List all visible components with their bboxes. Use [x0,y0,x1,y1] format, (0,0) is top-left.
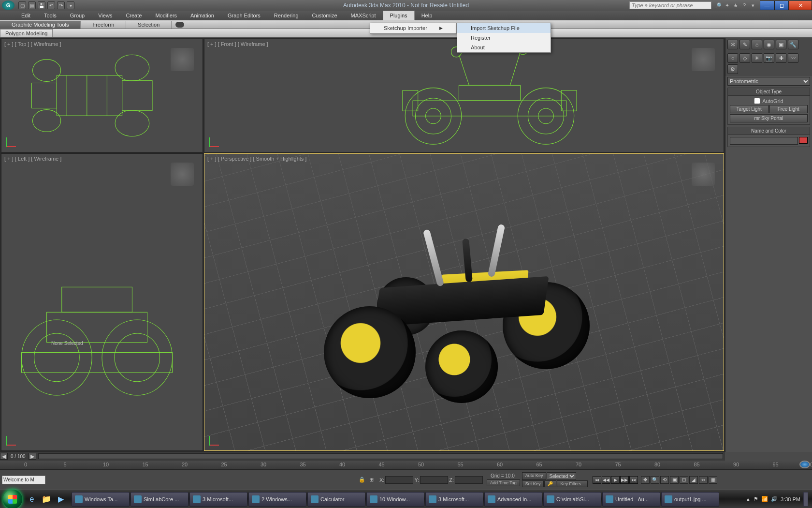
open-icon[interactable]: ▤ [28,1,36,9]
next-frame-icon[interactable]: ▶▶ [620,476,629,484]
fov-icon[interactable]: ◢ [689,476,698,484]
binoculars-icon[interactable]: 🔎 [714,1,722,9]
time-prev-icon[interactable]: ◀ [0,453,8,460]
lights-icon[interactable]: ☀ [752,53,762,63]
taskbar-clock[interactable]: 3:38 PM [781,496,800,502]
target-light-button[interactable]: Target Light [730,105,768,113]
taskbar-item[interactable]: SimLabCore ... [130,492,188,507]
coord-y-input[interactable] [420,476,448,484]
modify-tab-icon[interactable]: ✎ [740,40,750,49]
start-button[interactable] [3,490,22,508]
zoom-icon[interactable]: 🔍 [651,476,659,484]
autogrid-checkbox[interactable]: AutoGrid [730,98,808,104]
close-button[interactable]: ✕ [789,0,812,10]
spacewarps-icon[interactable]: 〰 [788,53,798,63]
taskbar-item[interactable]: C:\simlab\Si... [543,492,601,507]
tray-volume-icon[interactable]: 🔊 [771,496,778,502]
helpers-icon[interactable]: ✚ [776,53,786,63]
create-tab-icon[interactable]: ✲ [727,40,738,49]
prev-frame-icon[interactable]: ◀◀ [602,476,610,484]
motion-tab-icon[interactable]: ◉ [764,40,774,49]
save-icon[interactable]: 💾 [38,1,45,9]
menu-item-register[interactable]: Register [457,33,551,43]
goto-end-icon[interactable]: ⏭ [629,476,638,484]
coord-x-input[interactable] [385,476,413,484]
object-name-input[interactable] [730,137,798,145]
menu-views[interactable]: Views [91,11,119,20]
tray-up-icon[interactable]: ▲ [745,496,751,502]
menu-help[interactable]: Help [415,11,439,20]
cameras-icon[interactable]: 📷 [764,53,774,63]
media-icon[interactable]: ▶ [54,493,68,506]
hierarchy-tab-icon[interactable]: ⌂ [752,40,762,49]
trackbar-toggle-icon[interactable] [0,461,24,469]
zoom-extents-icon[interactable]: ⊡ [680,476,688,484]
adaptive-degradation-icon[interactable] [799,461,810,468]
menu-item-sketchup-importer[interactable]: Sketchup Importer ▶ [370,23,456,33]
pan-icon[interactable]: ✥ [641,476,650,484]
comm-center-icon[interactable]: ✦ [723,1,731,9]
menu-plugins[interactable]: Plugins [383,11,415,20]
show-desktop-button[interactable] [803,492,808,507]
geometry-icon[interactable]: ○ [727,53,738,63]
viewcube-icon[interactable] [171,163,194,186]
redo-icon[interactable]: ↷ [57,1,65,9]
walk-icon[interactable]: ⇔ [699,476,708,484]
keyfilters-button[interactable]: Key Filters... [557,480,588,487]
viewcube-icon[interactable] [692,48,715,71]
keymode-dropdown[interactable]: Selected [547,472,576,480]
mr-sky-portal-button[interactable]: mr Sky Portal [730,114,808,122]
category-dropdown[interactable]: Photometric [727,77,810,86]
utilities-tab-icon[interactable]: 🔧 [788,40,798,49]
ribbon-tab-freeform[interactable]: Freeform [81,21,126,29]
taskbar-item[interactable]: Advanced In... [484,492,542,507]
taskbar-item[interactable]: 2 Windows... [248,492,306,507]
viewport-front[interactable]: [ + ] [ Front ] [ Wireframe ] [204,39,724,152]
viewport-label[interactable]: [ + ] [ Top ] [ Wireframe ] [4,41,61,47]
maxscript-listener[interactable] [2,476,45,484]
undo-icon[interactable]: ↶ [47,1,55,9]
setkey-button[interactable]: Set Key [522,480,544,487]
minimize-button[interactable]: — [760,0,774,10]
key-icon[interactable]: 🔑 [544,480,556,487]
object-color-swatch[interactable] [799,137,808,144]
systems-icon[interactable]: ⚙ [727,64,738,74]
orbit-icon[interactable]: ⟲ [660,476,669,484]
rollout-header[interactable]: Name and Color [728,127,810,135]
viewport-top[interactable]: [ + ] [ Top ] [ Wireframe ] [1,39,203,152]
menu-group[interactable]: Group [63,11,92,20]
menu-maxscript[interactable]: MAXScript [344,11,383,20]
menu-edit[interactable]: Edit [14,11,37,20]
viewcube-icon[interactable] [171,48,194,71]
shapes-icon[interactable]: ◇ [740,53,750,63]
taskbar-item[interactable]: 3 Microsoft... [189,492,247,507]
menu-item-import-sketchup[interactable]: Import Sketchup File [457,23,551,33]
ribbon-toggle-icon[interactable] [175,22,184,28]
menu-rendering[interactable]: Rendering [267,11,305,20]
menu-customize[interactable]: Customize [305,11,344,20]
qat-more-icon[interactable]: ▾ [67,1,74,9]
ribbon-tab-graphite[interactable]: Graphite Modeling Tools [0,21,81,29]
explorer-icon[interactable]: 📁 [40,493,53,506]
menu-tools[interactable]: Tools [37,11,63,20]
taskbar-item[interactable]: Calculator [307,492,365,507]
menu-animation[interactable]: Animation [184,11,221,20]
min-max-icon[interactable]: ▦ [709,476,717,484]
coord-z-input[interactable] [455,476,483,484]
taskbar-item[interactable]: Untitled - Au... [602,492,660,507]
search-input[interactable] [629,1,711,9]
lock-icon[interactable]: 🔒 [359,477,365,483]
ribbon-polygon-modeling[interactable]: Polygon Modeling [0,29,53,37]
taskbar-item[interactable]: 10 Window... [366,492,424,507]
menu-item-about[interactable]: About [457,43,551,52]
add-time-tag-button[interactable]: Add Time Tag [487,479,520,486]
maximize-viewport-icon[interactable]: ▣ [670,476,679,484]
dropdown-icon[interactable]: ▾ [749,1,757,9]
viewport-label[interactable]: [ + ] [ Front ] [ Wireframe ] [207,41,268,47]
menu-create[interactable]: Create [119,11,148,20]
new-icon[interactable]: ▢ [18,1,26,9]
autokey-button[interactable]: Auto Key [522,472,547,480]
viewcube-icon[interactable] [692,163,715,186]
rollout-header[interactable]: Object Type [728,88,810,96]
app-logo-icon[interactable]: G [2,0,14,10]
